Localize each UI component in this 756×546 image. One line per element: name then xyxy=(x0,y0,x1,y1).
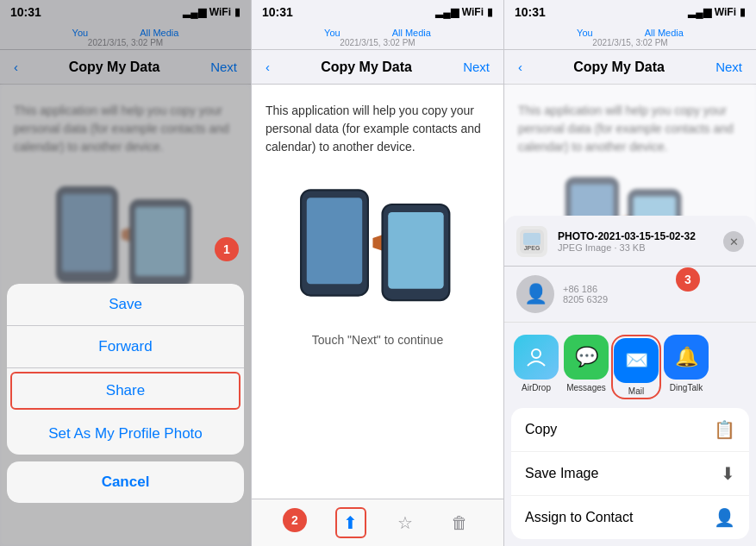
wifi-icon-2: WiFi xyxy=(462,6,484,18)
action-copy[interactable]: Copy 📋 xyxy=(511,408,749,452)
contact-phone-share: +86 186 8205 6329 xyxy=(563,284,608,304)
share-sheet: JPEG PHOTO-2021-03-15-15-02-32 JPEG Imag… xyxy=(504,216,756,546)
nav-title-2: Copy My Data xyxy=(321,60,412,75)
share-app-mail[interactable]: ✉️ Mail xyxy=(611,335,661,399)
contact-you-3: You xyxy=(577,28,593,38)
phone-panel-1: 10:31 ▂▄▆ WiFi ▮ You All Media 2021/3/15… xyxy=(0,0,252,546)
save-image-label: Save Image xyxy=(525,466,598,481)
all-media-2[interactable]: All Media xyxy=(392,28,431,38)
messages-icon: 💬 xyxy=(564,335,609,380)
imessage-header-2: You All Media 2021/3/15, 3:02 PM xyxy=(252,24,503,50)
contact-avatar-share: 👤 xyxy=(516,275,554,313)
svg-point-21 xyxy=(532,349,540,358)
time-2: 10:31 xyxy=(262,5,293,19)
star-icon[interactable]: ☆ xyxy=(390,507,421,538)
all-media-3[interactable]: All Media xyxy=(645,28,684,38)
close-share-sheet-button[interactable]: ✕ xyxy=(723,231,744,252)
app-description-2: This application will help you copy your… xyxy=(266,102,490,156)
copy-icon: 📋 xyxy=(714,419,735,440)
share-app-dingtalk[interactable]: 🔔 DingTalk xyxy=(661,335,711,399)
share-app-airdrop[interactable]: AirDrop xyxy=(511,335,561,399)
svg-rect-19 xyxy=(523,233,540,245)
svg-rect-7 xyxy=(307,198,362,284)
touch-next-label: Touch "Next" to continue xyxy=(266,332,490,348)
action-save-image[interactable]: Save Image ⬇ xyxy=(511,452,749,496)
nav-bar-2: ‹ Copy My Data Next xyxy=(252,50,503,85)
contact-row-3: You All Media xyxy=(577,28,684,38)
svg-text:JPEG: JPEG xyxy=(524,245,540,251)
action-forward[interactable]: Forward xyxy=(7,326,244,368)
battery-icon-3: ▮ xyxy=(740,6,746,18)
time-3: 10:31 xyxy=(515,5,546,19)
action-profile-photo[interactable]: Set As My Profile Photo xyxy=(7,413,244,455)
datetime-3: 2021/3/15, 3:02 PM xyxy=(592,38,667,47)
airdrop-label: AirDrop xyxy=(522,383,551,392)
assign-contact-icon: 👤 xyxy=(714,507,735,528)
step-badge-3: 3 xyxy=(676,267,700,292)
imessage-header-3: You All Media 2021/3/15, 3:02 PM xyxy=(504,24,756,50)
battery-icon-2: ▮ xyxy=(487,6,493,18)
wifi-icon-3: WiFi xyxy=(715,6,736,18)
action-save[interactable]: Save xyxy=(7,284,244,326)
action-sheet-items-1: Save Forward Share Set As My Profile Pho… xyxy=(7,284,244,455)
status-icons-2: ▂▄▆ WiFi ▮ xyxy=(435,6,493,18)
dingtalk-label: DingTalk xyxy=(670,383,703,392)
assign-contact-label: Assign to Contact xyxy=(525,510,633,525)
mail-label: Mail xyxy=(628,386,644,396)
phone-panel-2: 10:31 ▂▄▆ WiFi ▮ You All Media 2021/3/15… xyxy=(252,0,504,546)
nav-next-2[interactable]: Next xyxy=(463,60,490,74)
share-sheet-header: JPEG PHOTO-2021-03-15-15-02-32 JPEG Imag… xyxy=(504,226,756,267)
action-cancel[interactable]: Cancel xyxy=(7,461,244,503)
filename: PHOTO-2021-03-15-15-02-32 xyxy=(558,230,713,242)
messages-label: Messages xyxy=(566,383,606,392)
nav-bar-3: ‹ Copy My Data Next xyxy=(504,50,756,85)
share-button-2[interactable]: ⬆ xyxy=(335,507,366,538)
contact-row-2: You All Media xyxy=(324,28,431,38)
phone-panel-3: 10:31 ▂▄▆ WiFi ▮ You All Media 2021/3/15… xyxy=(504,0,756,546)
nav-back-2[interactable]: ‹ xyxy=(266,60,270,74)
datetime-2: 2021/3/15, 3:02 PM xyxy=(340,38,415,47)
status-icons-3: ▂▄▆ WiFi ▮ xyxy=(688,6,746,18)
nav-back-3[interactable]: ‹ xyxy=(518,60,522,74)
step-badge-2: 2 xyxy=(283,508,307,532)
action-sheet-1: Save Forward Share Set As My Profile Pho… xyxy=(7,284,244,503)
save-image-icon: ⬇ xyxy=(721,463,735,484)
step-badge-1: 1 xyxy=(215,237,239,261)
filesize: JPEG Image · 33 KB xyxy=(558,242,713,253)
svg-rect-11 xyxy=(388,212,443,289)
share-app-messages[interactable]: 💬 Messages xyxy=(561,335,611,399)
copy-label: Copy xyxy=(525,422,557,437)
mail-icon: ✉️ xyxy=(614,338,659,383)
dingtalk-icon: 🔔 xyxy=(664,335,709,380)
app-content-2: This application will help you copy your… xyxy=(252,85,503,499)
status-bar-3: 10:31 ▂▄▆ WiFi ▮ xyxy=(504,0,756,24)
signal-icon-3: ▂▄▆ xyxy=(688,6,711,18)
file-info: PHOTO-2021-03-15-15-02-32 JPEG Image · 3… xyxy=(558,230,713,253)
nav-next-3[interactable]: Next xyxy=(715,60,742,74)
app-description-3: This application will help you copy your… xyxy=(518,102,742,156)
share-actions-list: Copy 📋 Save Image ⬇ Assign to Contact 👤 xyxy=(511,408,749,539)
nav-title-3: Copy My Data xyxy=(573,60,665,75)
trash-icon[interactable]: 🗑 xyxy=(444,507,475,538)
file-thumbnail: JPEG xyxy=(516,226,547,257)
action-assign-contact[interactable]: Assign to Contact 👤 xyxy=(511,496,749,539)
phone-graphic-2 xyxy=(266,170,490,325)
airdrop-icon xyxy=(514,335,559,380)
action-share[interactable]: Share xyxy=(10,372,241,410)
status-bar-2: 10:31 ▂▄▆ WiFi ▮ xyxy=(252,0,503,24)
contact-share-row: 👤 +86 186 8205 6329 xyxy=(504,267,756,323)
signal-icon-2: ▂▄▆ xyxy=(435,6,459,18)
contact-you-2: You xyxy=(324,28,341,38)
share-apps-row: AirDrop 💬 Messages ✉️ Mail 🔔 DingTalk xyxy=(504,323,756,408)
